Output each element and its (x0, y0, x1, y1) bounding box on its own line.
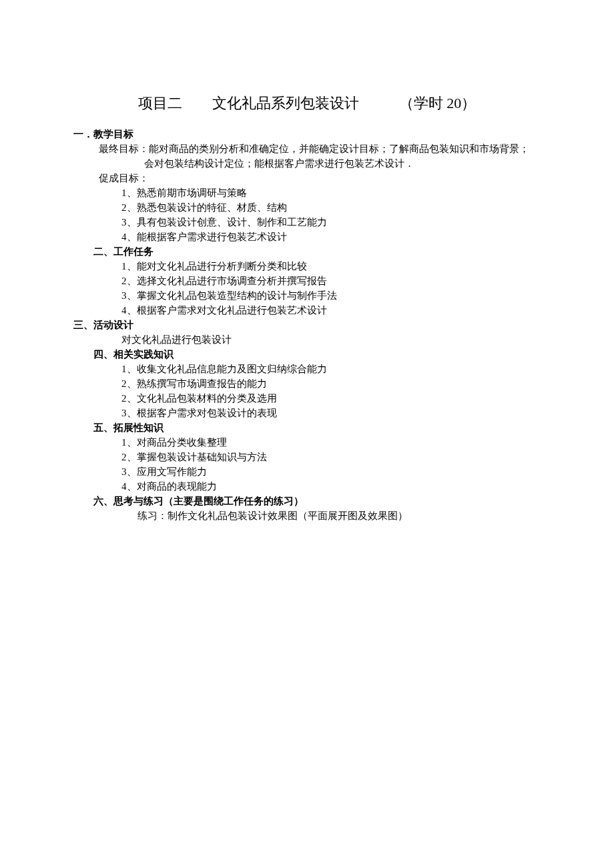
section-1-final-goal-line2: 会对包装结构设计定位；能根据客户需求进行包装艺术设计． (73, 157, 541, 171)
section-1-final-goal-line1: 最终目标：能对商品的类别分析和准确定位，并能确定设计目标；了解商品包装知识和市场… (73, 142, 541, 156)
final-goal-label: 最终目标： (99, 143, 149, 154)
list-item: 3、掌握文化礼品包装造型结构的设计与制作手法 (73, 289, 541, 303)
list-item: 1、熟悉前期市场调研与策略 (73, 186, 541, 200)
section-1-head: 一．教学目标 (73, 127, 541, 141)
section-6-head: 六、思考与练习（主要是围绕工作任务的练习） (73, 494, 541, 508)
section-2-head: 二、工作任务 (73, 245, 541, 259)
list-item: 4、能根据客户需求进行包装艺术设计 (73, 230, 541, 244)
list-item: 4、对商品的表现能力 (73, 480, 541, 494)
list-item: 2、文化礼品包装材料的分类及选用 (73, 392, 541, 406)
hours-suffix: ） (461, 95, 476, 111)
section-5-head: 五、拓展性知识 (73, 421, 541, 435)
final-goal-text1: 能对商品的类别分析和准确定位，并能确定设计目标；了解商品包装知识和市场背景； (149, 143, 529, 154)
section-3-body: 对文化礼品进行包装设计 (73, 333, 541, 347)
list-item: 3、根据客户需求对包装设计的表现 (73, 406, 541, 420)
list-item: 2、选择文化礼品进行市场调查分析并撰写报告 (73, 274, 541, 288)
section-4-head: 四、相关实践知识 (73, 348, 541, 362)
hours-number: 20 (446, 95, 461, 111)
project-name: 文化礼品系列包装设计 (212, 93, 359, 114)
hours-prefix: （学时 (399, 95, 447, 111)
list-item: 1、能对文化礼品进行分析判断分类和比较 (73, 260, 541, 274)
list-item: 2、掌握包装设计基础知识与方法 (73, 450, 541, 464)
list-item: 2、熟练撰写市场调查报告的能力 (73, 377, 541, 391)
document-title: 项目二 文化礼品系列包装设计 （学时 20） (73, 93, 541, 114)
list-item: 1、对商品分类收集整理 (73, 436, 541, 450)
section-1-sub-goal-label: 促成目标： (73, 171, 541, 185)
list-item: 2、熟悉包装设计的特征、材质、结构 (73, 201, 541, 215)
list-item: 3、应用文写作能力 (73, 465, 541, 479)
hours-label: （学时 20） (399, 93, 477, 114)
list-item: 4、根据客户需求对文化礼品进行包装艺术设计 (73, 304, 541, 318)
list-item: 1、收集文化礼品信息能力及图文归纳综合能力 (73, 362, 541, 376)
section-6-body: 练习：制作文化礼品包装设计效果图（平面展开图及效果图） (73, 509, 541, 523)
project-label: 项目二 (138, 93, 182, 114)
list-item: 3、具有包装设计创意、设计、制作和工艺能力 (73, 215, 541, 230)
section-3-head: 三、活动设计 (73, 318, 541, 332)
